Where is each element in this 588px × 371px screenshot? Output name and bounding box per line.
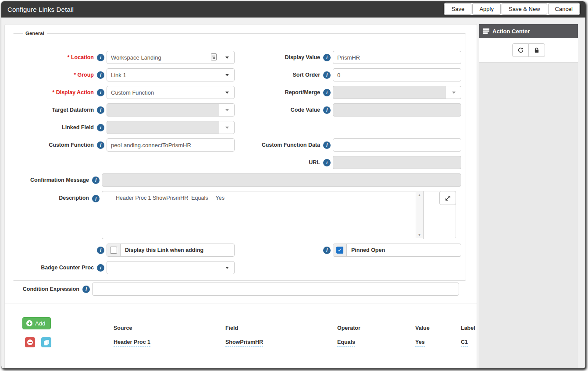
group-row: * Group i Link 1 — [18, 68, 235, 81]
confirmation-message-input — [102, 174, 461, 186]
table-divider — [18, 334, 477, 334]
display-value-row: Display Value i — [237, 51, 461, 64]
description-row: Description i Header Proc 1 ShowPrismHR … — [18, 191, 461, 239]
linked-field-label: Linked Field — [18, 124, 94, 131]
pinned-open-row: i ✓ Pinned Open — [237, 244, 461, 257]
chevron-down-icon — [225, 127, 229, 129]
chevron-down-icon — [225, 109, 229, 111]
cell-value[interactable]: Yes — [415, 339, 425, 346]
display-when-adding-box: Display this Link when adding — [107, 244, 235, 257]
column-header-source: Source — [114, 325, 132, 331]
info-icon[interactable]: i — [97, 124, 104, 131]
location-select[interactable]: Workspace Landing — [107, 51, 235, 64]
chevron-down-icon — [225, 267, 229, 269]
lock-button[interactable] — [528, 43, 545, 57]
save-button[interactable]: Save — [444, 3, 471, 15]
form-picker-icon[interactable] — [211, 53, 217, 62]
condition-expression-input[interactable] — [93, 283, 459, 295]
action-center-toolbar — [479, 38, 578, 63]
condition-expression-label: Condition Expression — [14, 286, 79, 292]
description-gutter — [424, 191, 456, 238]
configure-links-window: Configure Links Detail Save Apply Save &… — [1, 1, 585, 368]
target-dataform-label: Target Dataform — [18, 107, 94, 113]
info-icon[interactable]: i — [97, 54, 104, 61]
target-dataform-row: Target Dataform i — [18, 103, 235, 117]
info-icon[interactable]: i — [323, 159, 331, 166]
info-icon[interactable]: i — [82, 286, 90, 293]
cell-source[interactable]: Header Proc 1 — [114, 339, 150, 346]
confirmation-message-row: Confirmation Message i — [18, 173, 461, 187]
copy-row-button[interactable] — [41, 337, 51, 347]
description-scrollbar[interactable]: ▲ ▼ — [416, 192, 423, 238]
cell-label[interactable]: C1 — [461, 339, 468, 346]
pinned-open-box: ✓ Pinned Open — [333, 244, 461, 257]
info-icon[interactable]: i — [92, 177, 100, 184]
target-dataform-select — [107, 103, 235, 117]
info-icon[interactable]: i — [323, 141, 331, 149]
group-label: * Group — [18, 72, 94, 78]
info-icon[interactable]: i — [97, 141, 104, 149]
info-icon[interactable]: i — [323, 106, 331, 114]
display-action-label: * Display Action — [18, 89, 94, 95]
display-when-adding-label: Display this Link when adding — [121, 247, 203, 253]
display-action-select[interactable]: Custom Function — [107, 86, 235, 99]
lock-icon — [534, 47, 540, 53]
pinned-open-checkbox[interactable]: ✓ — [336, 247, 343, 254]
cell-field[interactable]: ShowPrismHR — [225, 339, 263, 346]
url-input — [333, 156, 461, 169]
general-legend: General — [23, 31, 47, 36]
info-icon[interactable]: i — [97, 89, 104, 96]
info-icon[interactable]: i — [97, 247, 104, 254]
code-value-row: Code Value i — [237, 103, 461, 117]
group-select[interactable]: Link 1 — [107, 68, 235, 81]
save-and-new-button[interactable]: Save & New — [502, 3, 547, 15]
linked-field-row: Linked Field i — [18, 121, 235, 134]
action-center-icon — [483, 28, 490, 34]
linked-field-select — [107, 121, 235, 134]
chevron-down-icon — [225, 74, 229, 76]
custom-function-input[interactable] — [107, 139, 234, 151]
action-center-title: Action Center — [492, 28, 530, 35]
refresh-button[interactable] — [512, 43, 529, 57]
expand-icon — [445, 195, 451, 201]
display-when-adding-checkbox[interactable] — [110, 247, 117, 254]
chevron-down-icon — [452, 92, 456, 94]
description-textarea[interactable]: Header Proc 1 ShowPrismHR Equals Yes ▲ ▼ — [102, 191, 424, 239]
titlebar-button-group: Save Apply Save & New Cancel — [444, 3, 580, 15]
custom-function-row: Custom Function i — [18, 138, 235, 152]
info-icon[interactable]: i — [323, 71, 331, 79]
expand-button[interactable] — [439, 191, 456, 205]
info-icon[interactable]: i — [323, 89, 331, 96]
titlebar: Configure Links Detail Save Apply Save &… — [1, 1, 585, 18]
info-icon[interactable]: i — [92, 195, 100, 202]
display-when-adding-row: i Display this Link when adding — [18, 244, 235, 257]
info-icon[interactable]: i — [97, 71, 104, 79]
info-icon[interactable]: i — [97, 106, 104, 114]
page-title: Configure Links Detail — [1, 6, 74, 13]
column-header-value: Value — [415, 325, 430, 331]
custom-function-data-row: Custom Function Data i — [237, 138, 461, 152]
action-center-panel: Action Center — [479, 24, 578, 368]
scroll-down-icon[interactable]: ▼ — [416, 233, 423, 237]
general-fieldset: General * Location i Workspace Landing *… — [13, 31, 466, 281]
cancel-button[interactable]: Cancel — [548, 3, 580, 15]
sort-order-input[interactable] — [333, 69, 461, 81]
custom-function-data-input[interactable] — [333, 139, 461, 151]
chevron-down-icon — [225, 57, 229, 59]
minus-icon — [27, 339, 33, 345]
add-condition-button[interactable]: Add — [22, 317, 51, 329]
info-icon[interactable]: i — [323, 247, 331, 254]
location-label: * Location — [18, 54, 94, 60]
info-icon[interactable]: i — [323, 54, 331, 61]
cell-operator[interactable]: Equals — [337, 339, 355, 346]
display-value-input[interactable] — [333, 51, 461, 64]
info-icon[interactable]: i — [97, 264, 104, 272]
delete-row-button[interactable] — [25, 337, 35, 347]
badge-counter-proc-select[interactable] — [107, 261, 235, 274]
chevron-down-icon — [225, 92, 229, 94]
description-label: Description — [18, 195, 89, 201]
apply-button[interactable]: Apply — [472, 3, 501, 15]
column-header-field: Field — [225, 325, 238, 331]
scroll-up-icon[interactable]: ▲ — [416, 193, 423, 197]
location-row: * Location i Workspace Landing — [18, 51, 235, 64]
